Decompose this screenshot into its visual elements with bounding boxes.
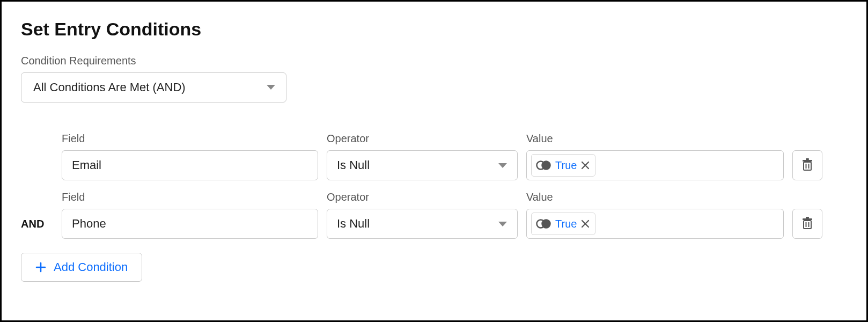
condition-requirements-label: Condition Requirements	[21, 55, 847, 67]
field-label: Field	[62, 133, 318, 145]
remove-value-icon[interactable]	[581, 161, 590, 170]
value-input[interactable]: True	[526, 150, 784, 180]
value-pill: True	[531, 213, 595, 235]
logic-operator: AND	[21, 218, 44, 230]
value-pill-text: True	[555, 159, 577, 172]
svg-rect-10	[803, 218, 812, 220]
field-input[interactable]: Phone	[62, 209, 318, 239]
condition-requirements-select[interactable]: All Conditions Are Met (AND)	[21, 72, 286, 103]
operator-select[interactable]: Is Null	[327, 209, 518, 239]
page-title: Set Entry Conditions	[21, 19, 847, 40]
svg-point-1	[542, 162, 550, 170]
operator-label: Operator	[327, 133, 518, 145]
condition-row: Field Email Operator Is Null Value	[21, 133, 847, 180]
toggle-icon	[536, 160, 551, 171]
delete-condition-button[interactable]	[792, 150, 822, 180]
chevron-down-icon	[498, 158, 507, 172]
svg-rect-2	[804, 162, 811, 170]
remove-value-icon[interactable]	[581, 219, 590, 228]
value-label: Value	[526, 133, 784, 145]
logic-operator-cell: AND	[21, 209, 53, 239]
value-pill-text: True	[555, 218, 577, 230]
toggle-icon	[536, 218, 551, 229]
field-input[interactable]: Email	[62, 150, 318, 180]
value-pill: True	[531, 154, 595, 177]
operator-select[interactable]: Is Null	[327, 150, 518, 180]
logic-operator-cell	[21, 150, 53, 180]
svg-point-8	[542, 220, 550, 228]
trash-icon	[801, 158, 813, 173]
svg-rect-9	[804, 221, 811, 229]
value-input[interactable]: True	[526, 209, 784, 239]
condition-requirements-value: All Conditions Are Met (AND)	[21, 72, 286, 103]
svg-rect-3	[803, 160, 812, 162]
operator-value: Is Null	[337, 217, 370, 231]
plus-icon	[35, 262, 46, 273]
add-condition-label: Add Condition	[54, 260, 128, 274]
condition-row: AND Field Phone Operator Is Null Value	[21, 191, 847, 239]
trash-icon	[801, 217, 813, 231]
conditions-list: Field Email Operator Is Null Value	[21, 133, 847, 239]
svg-rect-4	[806, 158, 809, 160]
operator-value: Is Null	[337, 158, 370, 172]
operator-label: Operator	[327, 191, 518, 203]
add-condition-button[interactable]: Add Condition	[21, 253, 142, 282]
chevron-down-icon	[498, 217, 507, 231]
delete-condition-button[interactable]	[792, 209, 822, 239]
entry-conditions-panel: Set Entry Conditions Condition Requireme…	[0, 0, 868, 322]
field-label: Field	[62, 191, 318, 203]
value-label: Value	[526, 191, 784, 203]
svg-rect-11	[806, 217, 809, 218]
